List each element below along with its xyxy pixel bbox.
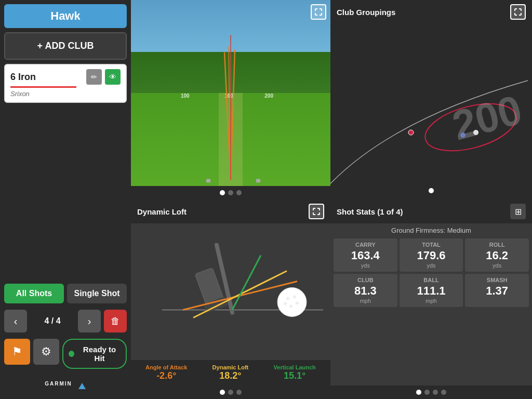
angle-of-attack-stat: Angle of Attack -2.6°	[145, 364, 187, 381]
orange-action-button[interactable]: ⚑	[4, 339, 30, 365]
svg-point-20	[293, 296, 296, 299]
garmin-arrow-icon	[78, 383, 86, 389]
roll-unit: yds	[467, 262, 527, 269]
garmin-text: GARMIN	[45, 381, 72, 387]
vl-label: Vertical Launch	[274, 364, 316, 370]
calculator-button[interactable]: ⊞	[510, 204, 526, 219]
stats-dots	[330, 385, 532, 399]
ball-header: BALL	[402, 277, 461, 283]
svg-rect-4	[206, 179, 210, 183]
all-shots-button[interactable]: All Shots	[4, 284, 64, 303]
stats-row-1: CARRY 163.4 yds TOTAL 179.6 yds ROLL 16.…	[334, 238, 529, 272]
carry-cell: CARRY 163.4 yds	[334, 238, 397, 272]
loft-dot-3	[236, 390, 242, 395]
club-item: 6 Iron ✏ 👁 Srixon	[4, 64, 127, 103]
shot-stats-panel: Shot Stats (1 of 4) ⊞ Ground Firmness: M…	[330, 200, 532, 399]
club-visibility-button[interactable]: 👁	[105, 69, 121, 85]
add-club-button[interactable]: + ADD CLUB	[4, 32, 127, 60]
smash-value: 1.37	[467, 285, 527, 297]
simulator-panel: 100 100 200	[131, 0, 330, 200]
aoa-label: Angle of Attack	[145, 364, 187, 370]
dot-3	[236, 190, 242, 195]
shot-counter: 4 / 4	[30, 316, 75, 326]
stats-dot-4	[441, 390, 446, 395]
carry-header: CARRY	[336, 242, 395, 248]
right-area: 100 100 200	[131, 0, 532, 399]
svg-line-1	[231, 49, 235, 180]
club-edit-button[interactable]: ✏	[86, 69, 102, 85]
sidebar-spacer	[4, 107, 127, 280]
top-row: 100 100 200	[131, 0, 532, 200]
roll-header: ROLL	[467, 242, 527, 248]
roll-value: 16.2	[467, 250, 527, 261]
groupings-title: Club Groupings	[337, 8, 395, 17]
stats-content: Ground Firmness: Medium CARRY 163.4 yds …	[330, 223, 532, 385]
dl-value: 18.2°	[212, 370, 249, 381]
stats-dot-1	[416, 390, 421, 395]
groupings-header: Club Groupings	[330, 0, 532, 24]
club-underline	[10, 86, 76, 88]
groupings-bottom-dots	[429, 186, 434, 195]
svg-point-18	[278, 289, 305, 316]
garmin-logo: GARMIN	[4, 375, 127, 395]
ball-unit: mph	[402, 298, 461, 304]
total-header: TOTAL	[402, 242, 461, 248]
expand-icon	[315, 8, 322, 16]
shot-controls: All Shots Single Shot	[4, 284, 127, 303]
shot-divider: /	[51, 316, 56, 325]
groupings-expand-icon	[514, 8, 522, 16]
dynamic-loft-stat: Dynamic Loft 18.2°	[212, 364, 249, 381]
sidebar: Hawk + ADD CLUB 6 Iron ✏ 👁 Srixon All Sh…	[0, 0, 131, 399]
delete-shot-button[interactable]: 🗑	[104, 310, 127, 332]
loft-expand-icon	[313, 208, 320, 215]
carry-unit: yds	[336, 262, 395, 269]
loft-view	[131, 223, 330, 360]
club-actions: ✏ 👁	[86, 69, 121, 85]
settings-button[interactable]: ⚙	[33, 339, 59, 365]
aoa-value: -2.6°	[145, 370, 187, 381]
single-shot-button[interactable]: Single Shot	[67, 284, 127, 303]
club-unit: mph	[336, 298, 395, 304]
stats-header: Shot Stats (1 of 4) ⊞	[330, 200, 532, 223]
next-shot-button[interactable]: ›	[78, 310, 101, 332]
stats-dot-3	[433, 390, 438, 395]
vertical-launch-stat: Vertical Launch 15.1°	[274, 364, 316, 381]
loft-dot-1	[220, 390, 225, 395]
groupings-dot	[429, 188, 434, 193]
flag-icon: ⚑	[12, 345, 22, 358]
ready-to-hit-button[interactable]: Ready to Hit	[62, 339, 127, 369]
loft-svg	[131, 223, 330, 360]
groupings-view: 200	[330, 24, 532, 200]
svg-line-16	[232, 256, 261, 310]
stats-dot-2	[424, 390, 430, 395]
total-shots: 4	[56, 316, 61, 325]
prev-shot-button[interactable]: ‹	[4, 310, 27, 332]
ball-value: 111.1	[402, 285, 461, 297]
gear-icon: ⚙	[41, 345, 51, 358]
nav-controls: ‹ 4 / 4 › 🗑	[4, 310, 127, 332]
club-value: 81.3	[336, 285, 395, 297]
svg-point-22	[289, 305, 292, 308]
loft-dots	[131, 385, 330, 399]
ready-label: Ready to Hit	[78, 345, 121, 363]
simulator-expand-button[interactable]	[311, 4, 326, 20]
groupings-expand-button[interactable]	[510, 4, 526, 20]
ground-firmness: Ground Firmness: Medium	[334, 227, 529, 234]
club-speed-cell: CLUB 81.3 mph	[334, 274, 397, 307]
smash-header: SMASH	[467, 277, 527, 283]
simulator-view: 100 100 200	[131, 0, 330, 186]
smash-cell: SMASH 1.37	[465, 274, 529, 307]
club-brand: Srixon	[10, 90, 121, 98]
loft-expand-button[interactable]	[309, 204, 324, 219]
total-unit: yds	[402, 262, 461, 269]
loft-stats: Angle of Attack -2.6° Dynamic Loft 18.2°…	[131, 360, 330, 385]
total-value: 179.6	[402, 250, 461, 261]
current-shot: 4	[44, 316, 49, 325]
trajectory-svg	[131, 0, 330, 186]
dot-1	[220, 190, 225, 195]
loft-header: Dynamic Loft	[131, 200, 330, 223]
dot-2	[228, 190, 233, 195]
dynamic-loft-panel: Dynamic Loft	[131, 200, 330, 399]
vl-value: 15.1°	[274, 370, 316, 381]
stats-title: Shot Stats (1 of 4)	[337, 207, 403, 216]
